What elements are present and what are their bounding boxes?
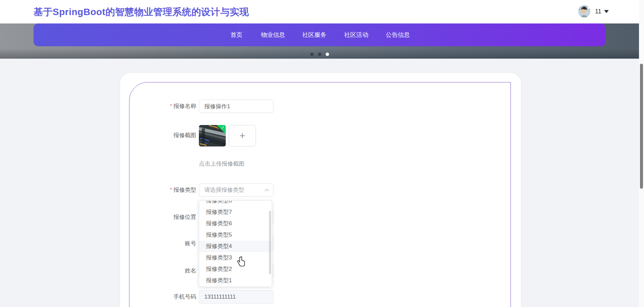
account-label: 账号	[122, 237, 196, 250]
repair-name-input[interactable]	[199, 100, 273, 113]
nav-item-service[interactable]: 社区服务	[302, 23, 326, 46]
option-type2[interactable]: 报修类型2	[199, 263, 272, 275]
uploaded-screenshot-thumbnail[interactable]: ✓	[199, 125, 226, 146]
required-marker: *	[170, 187, 172, 193]
username-label[interactable]: 11	[595, 8, 601, 15]
required-marker: *	[170, 103, 172, 109]
plus-icon: +	[239, 131, 246, 141]
repair-name-label: *报修名称	[122, 100, 196, 113]
dropdown-scrollbar[interactable]	[269, 211, 271, 274]
chevron-up-icon	[265, 189, 269, 193]
repair-type-select[interactable]: 请选择报修类型	[199, 183, 273, 197]
option-type5[interactable]: 报修类型5	[199, 229, 272, 241]
option-type1[interactable]: 报修类型1	[199, 275, 272, 286]
option-type7[interactable]: 报修类型7	[199, 206, 272, 218]
option-type4-hovered[interactable]: 报修类型4	[199, 241, 272, 252]
page-scrollbar-track[interactable]	[639, 0, 644, 307]
avatar[interactable]	[578, 5, 590, 17]
repair-type-dropdown: 报修类型8 报修类型7 报修类型6 报修类型5 报修类型4 报修类型3 报修类型…	[199, 200, 272, 287]
select-placeholder: 请选择报修类型	[204, 184, 244, 196]
nav-item-property[interactable]: 物业信息	[261, 23, 285, 46]
top-header: 基于SpringBoot的智慧物业管理系统的设计与实现 11	[0, 0, 639, 23]
user-menu[interactable]: 11	[578, 5, 609, 18]
check-icon: ✓	[221, 125, 225, 130]
repair-type-label: *报修类型	[122, 183, 196, 197]
option-type6[interactable]: 报修类型6	[199, 218, 272, 229]
carousel-dot-1[interactable]	[310, 53, 314, 56]
main-navbar: 首页 物业信息 社区服务 社区活动 公告信息	[34, 23, 605, 46]
phone-input[interactable]	[199, 290, 273, 304]
option-type8-clipped[interactable]: 报修类型8	[199, 200, 272, 206]
page-scrollbar-thumb[interactable]	[640, 64, 643, 189]
dropdown-option-list: 报修类型8 报修类型7 报修类型6 报修类型5 报修类型4 报修类型3 报修类型…	[199, 200, 272, 286]
nav-item-home[interactable]: 首页	[230, 23, 243, 46]
repair-screenshot-label: 报修截图	[122, 129, 196, 142]
realname-label: 姓名	[122, 264, 196, 278]
upload-tip-text: 点击上传报修截图	[199, 160, 245, 168]
caret-down-icon[interactable]	[604, 10, 609, 13]
upload-screenshot-button[interactable]: +	[229, 125, 256, 146]
carousel-dot-2[interactable]	[318, 53, 321, 56]
option-type3[interactable]: 报修类型3	[199, 252, 272, 263]
nav-item-activity[interactable]: 社区活动	[344, 23, 368, 46]
carousel-banner: 首页 物业信息 社区服务 社区活动 公告信息	[0, 23, 639, 59]
phone-label: 手机号码	[122, 290, 196, 304]
page-title: 基于SpringBoot的智慧物业管理系统的设计与实现	[34, 6, 249, 18]
carousel-dots	[310, 53, 329, 56]
nav-item-notice[interactable]: 公告信息	[386, 23, 410, 46]
carousel-dot-3-active[interactable]	[326, 53, 329, 56]
repair-location-label: 报修位置	[122, 210, 196, 224]
